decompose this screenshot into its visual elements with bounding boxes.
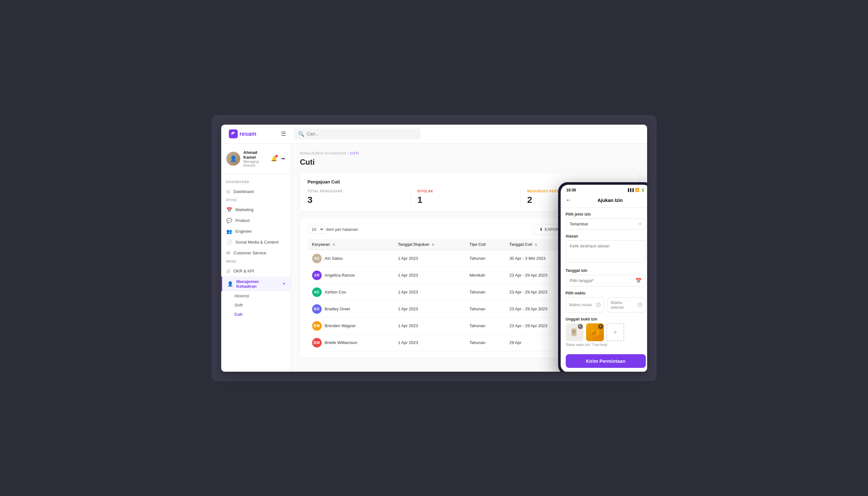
form-group-jenis-izin: Pilih jenis izin Terlambat bbox=[566, 212, 646, 230]
upload-thumb-2[interactable]: ✕ bbox=[586, 323, 604, 341]
sidebar-item-label-manajemen-kehadiran: Manajemen Kehadiran bbox=[236, 279, 279, 289]
notification-button[interactable]: 🔔 bbox=[270, 155, 278, 162]
customer-service-icon: ✉ bbox=[226, 250, 231, 256]
tanggal-label: Tanggal izin bbox=[566, 268, 646, 273]
employee-name: Bradley Greer bbox=[325, 307, 350, 311]
user-section: 👤 Ahmad Kamel Managing Director 🔔 ➡ bbox=[221, 150, 291, 174]
sidebar-item-customer-service[interactable]: ✉ Customer Service bbox=[221, 248, 291, 259]
col-tipe-cuti: Tipe Cuti bbox=[465, 239, 505, 250]
clock-start-icon: 🕐 bbox=[596, 303, 601, 307]
sidebar-item-label-customer-service: Customer Service bbox=[234, 250, 266, 255]
svg-rect-3 bbox=[572, 333, 575, 334]
expand-icon: ▼ bbox=[283, 282, 286, 285]
user-name: Ahmad Kamel bbox=[243, 150, 267, 160]
sort-karyawan-icon: ⇅ bbox=[332, 243, 335, 246]
mobile-overlay: 10:30 ▐▐▐ 📶 🔋 ← Ajukan Izin Pilih jenis … bbox=[558, 182, 647, 372]
calendar-icon: 📅 bbox=[635, 278, 642, 284]
signal-icon: ▐▐▐ bbox=[627, 188, 633, 192]
breadcrumb-separator: / bbox=[348, 151, 350, 155]
warning-text: *Batas waktu izin: 7 hari kerja bbox=[566, 343, 646, 346]
avatar: 👤 bbox=[226, 152, 240, 166]
col-tanggal-diajukan[interactable]: Tanggal Diajukan ⇅ bbox=[393, 239, 465, 250]
page-title: Cuti bbox=[300, 158, 638, 167]
waktu-selesai-wrapper: Waktu selesai 🕐 bbox=[607, 297, 646, 312]
sort-tanggal-cuti-icon: ⇅ bbox=[535, 243, 537, 246]
hamburger-button[interactable]: ☰ bbox=[280, 129, 287, 139]
waktu-mulai-text: Waktu mulai bbox=[569, 303, 594, 307]
sidebar-item-dashboard[interactable]: ⊙ Dashboard bbox=[221, 186, 291, 197]
stat-total-value: 3 bbox=[307, 195, 405, 205]
upload-thumb-1[interactable]: ✕ bbox=[566, 323, 584, 341]
clock-end-icon: 🕐 bbox=[637, 303, 642, 307]
tanggal-diajukan-cell: 1 Apr 2023 bbox=[393, 317, 465, 334]
sort-tanggal-icon: ⇅ bbox=[431, 243, 434, 246]
sidebar-item-okr-kpi[interactable]: ⊙ OKR & KPI bbox=[221, 266, 291, 277]
sidebar-item-marketing[interactable]: 📅 Marketing bbox=[221, 204, 291, 215]
user-details: Ahmad Kamel Managing Director bbox=[243, 150, 267, 167]
search-bar: 🔍 bbox=[294, 128, 421, 140]
sidebar-sub-shift[interactable]: Shift bbox=[221, 300, 291, 310]
mobile-form: Pilih jenis izin Terlambat Alasan Tangga… bbox=[561, 207, 647, 372]
tipe-cuti-cell: Tahunan bbox=[465, 284, 505, 300]
sidebar-item-label-okr-kpi: OKR & KPI bbox=[234, 269, 254, 274]
per-page-select: 10 25 50 item per halaman bbox=[307, 225, 358, 234]
section-label-divisi: DIVISI bbox=[221, 197, 291, 204]
tipe-cuti-cell: Menikah bbox=[465, 267, 505, 284]
sidebar-sub-label-shift: Shift bbox=[235, 303, 243, 308]
sidebar-sub-absensi[interactable]: Absensi bbox=[221, 291, 291, 300]
stat-rejected-label: DITOLAK bbox=[417, 189, 514, 193]
upload-add-button[interactable]: + bbox=[606, 323, 624, 341]
stat-total: TOTAL PENGAJUAN 3 bbox=[307, 189, 411, 205]
tanggal-input[interactable] bbox=[570, 278, 633, 283]
mobile-back-button[interactable]: ← bbox=[566, 197, 571, 203]
mobile-status-bar: 10:30 ▐▐▐ 📶 🔋 bbox=[561, 185, 647, 194]
sidebar-sub-label-absensi: Absensi bbox=[235, 293, 249, 298]
employee-name: Brenden Wagner bbox=[325, 323, 356, 328]
sidebar: 👤 Ahmad Kamel Managing Director 🔔 ➡ bbox=[221, 144, 291, 372]
alasan-textarea[interactable] bbox=[566, 241, 646, 263]
upload-label: Unggah bukti izin bbox=[566, 317, 646, 322]
per-page-dropdown[interactable]: 10 25 50 bbox=[307, 225, 325, 234]
sidebar-sub-label-cuti: Cuti bbox=[235, 312, 242, 317]
mobile-time: 10:30 bbox=[566, 188, 576, 192]
tanggal-diajukan-cell: 1 Apr 2023 bbox=[393, 267, 465, 284]
date-input-wrapper: 📅 bbox=[566, 275, 646, 286]
col-karyawan[interactable]: Karyawan ⇅ bbox=[307, 239, 394, 250]
dashboard-icon: ⊙ bbox=[226, 189, 231, 195]
stat-rejected-value: 1 bbox=[417, 195, 514, 205]
delete-thumb-1-btn[interactable]: ✕ bbox=[578, 324, 583, 329]
time-row: Waktu mulai 🕐 Waktu selesai 🕐 bbox=[566, 297, 646, 312]
export-icon: ⬇ bbox=[539, 227, 543, 232]
sidebar-item-manajemen-kehadiran[interactable]: 👤 Manajemen Kehadiran ▼ bbox=[221, 277, 291, 291]
logout-button[interactable]: ➡ bbox=[280, 155, 286, 162]
sidebar-item-product[interactable]: 💬 Product bbox=[221, 215, 291, 226]
sidebar-item-social-media[interactable]: 📄 Social Media & Content bbox=[221, 237, 291, 248]
search-input[interactable] bbox=[307, 131, 416, 136]
waktu-selesai-text: Waktu selesai bbox=[611, 300, 635, 310]
manajemen-kehadiran-icon: 👤 bbox=[227, 281, 233, 287]
sidebar-item-engineer[interactable]: 👥 Engineer bbox=[221, 226, 291, 237]
search-icon: 🔍 bbox=[298, 131, 304, 137]
waktu-label: Pilih waktu bbox=[566, 291, 646, 295]
tanggal-diajukan-cell: 1 Apr 2023 bbox=[393, 334, 465, 351]
sidebar-sub-cuti[interactable]: Cuti bbox=[221, 310, 291, 319]
notification-dot bbox=[275, 155, 278, 157]
breadcrumb-parent: MANAJEMEN KEHADIRAN bbox=[300, 151, 347, 155]
stat-rejected: DITOLAK 1 bbox=[411, 189, 521, 205]
form-group-upload: Unggah bukti izin ✕ bbox=[566, 317, 646, 346]
sidebar-item-label-marketing: Marketing bbox=[236, 207, 254, 212]
delete-thumb-2-btn[interactable]: ✕ bbox=[598, 324, 603, 329]
engineer-icon: 👥 bbox=[226, 229, 232, 234]
section-label-dashboard: DASHBOARD bbox=[221, 179, 291, 186]
form-group-alasan: Alasan bbox=[566, 234, 646, 264]
user-role: Managing Director bbox=[243, 160, 267, 167]
mobile-screen: 10:30 ▐▐▐ 📶 🔋 ← Ajukan Izin Pilih jenis … bbox=[561, 185, 647, 372]
social-media-icon: 📄 bbox=[226, 239, 232, 245]
jenis-izin-select[interactable]: Terlambat bbox=[566, 218, 646, 230]
waktu-mulai-wrapper: Waktu mulai 🕐 bbox=[566, 297, 604, 312]
submit-button[interactable]: Kirim Permintaan bbox=[566, 354, 646, 368]
breadcrumb-current: CUTI bbox=[350, 151, 359, 155]
sidebar-item-label-social-media: Social Media & Content bbox=[236, 240, 279, 245]
tanggal-diajukan-cell: 1 Apr 2023 bbox=[393, 284, 465, 300]
employee-name: Angelica Ramos bbox=[325, 273, 355, 278]
